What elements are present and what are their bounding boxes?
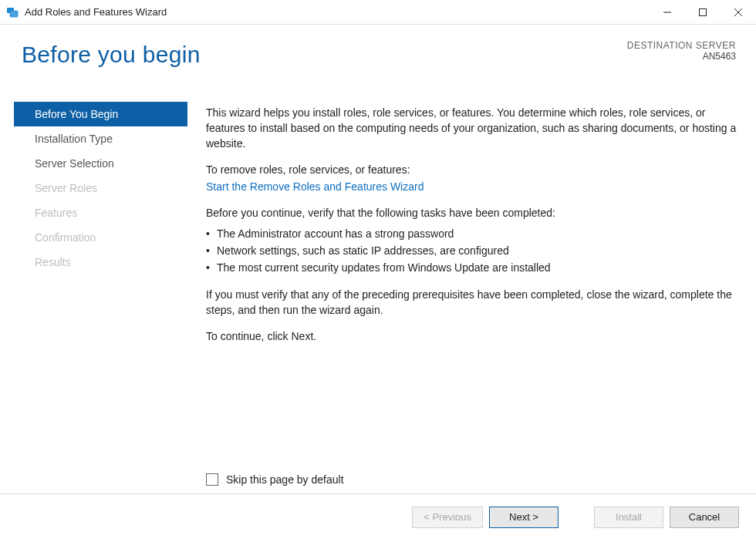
sidebar-item-server-roles: Server Roles bbox=[14, 176, 187, 200]
list-item: Network settings, such as static IP addr… bbox=[206, 242, 737, 259]
continue-text: To continue, click Next. bbox=[206, 328, 737, 344]
destination-server-box: DESTINATION SERVER AN5463 bbox=[627, 40, 736, 62]
skip-page-label: Skip this page by default bbox=[226, 472, 344, 487]
next-button[interactable]: Next > bbox=[489, 507, 559, 528]
sidebar-item-features: Features bbox=[14, 200, 187, 225]
header: Before you begin DESTINATION SERVER AN54… bbox=[0, 25, 756, 102]
sidebar-item-server-selection[interactable]: Server Selection bbox=[14, 151, 187, 176]
verify-intro: Before you continue, verify that the fol… bbox=[206, 205, 737, 221]
skip-page-row: Skip this page by default bbox=[206, 472, 737, 493]
sidebar-item-before-you-begin[interactable]: Before You Begin bbox=[14, 102, 187, 126]
app-icon bbox=[6, 6, 19, 19]
intro-text: This wizard helps you install roles, rol… bbox=[206, 105, 737, 151]
verify-close-text: If you must verify that any of the prece… bbox=[206, 287, 737, 318]
footer: < Previous Next > Install Cancel bbox=[0, 493, 756, 540]
close-button[interactable] bbox=[721, 0, 756, 24]
list-item: The most current security updates from W… bbox=[206, 259, 737, 276]
body: Before You Begin Installation Type Serve… bbox=[0, 102, 756, 493]
svg-rect-1 bbox=[10, 11, 18, 17]
window-title: Add Roles and Features Wizard bbox=[25, 6, 167, 18]
svg-line-5 bbox=[734, 8, 742, 16]
sidebar: Before You Begin Installation Type Serve… bbox=[14, 102, 187, 493]
sidebar-item-results: Results bbox=[14, 250, 187, 274]
maximize-button[interactable] bbox=[685, 0, 721, 24]
titlebar: Add Roles and Features Wizard bbox=[0, 0, 756, 25]
sidebar-item-label: Features bbox=[35, 207, 77, 219]
sidebar-item-label: Results bbox=[35, 256, 71, 268]
svg-rect-3 bbox=[700, 8, 707, 15]
list-item: The Administrator account has a strong p… bbox=[206, 225, 737, 242]
remove-roles-link[interactable]: Start the Remove Roles and Features Wiza… bbox=[206, 180, 424, 193]
sidebar-item-label: Server Selection bbox=[35, 157, 114, 170]
sidebar-item-installation-type[interactable]: Installation Type bbox=[14, 126, 187, 151]
destination-server-label: DESTINATION SERVER bbox=[627, 40, 736, 51]
previous-button: < Previous bbox=[412, 507, 483, 528]
sidebar-item-label: Before You Begin bbox=[35, 108, 118, 120]
skip-page-checkbox[interactable] bbox=[206, 473, 218, 486]
install-button: Install bbox=[594, 507, 663, 528]
sidebar-item-label: Confirmation bbox=[35, 231, 96, 244]
minimize-button[interactable] bbox=[650, 0, 685, 24]
destination-server-value: AN5463 bbox=[627, 51, 736, 62]
sidebar-item-label: Server Roles bbox=[35, 182, 97, 194]
content: This wizard helps you install roles, rol… bbox=[187, 102, 756, 493]
prerequisites-list: The Administrator account has a strong p… bbox=[206, 225, 737, 276]
sidebar-item-label: Installation Type bbox=[35, 133, 113, 145]
svg-line-4 bbox=[734, 8, 742, 16]
cancel-button[interactable]: Cancel bbox=[670, 507, 739, 528]
sidebar-item-confirmation: Confirmation bbox=[14, 225, 187, 250]
window-controls bbox=[650, 0, 756, 24]
remove-roles-label: To remove roles, role services, or featu… bbox=[206, 162, 737, 177]
